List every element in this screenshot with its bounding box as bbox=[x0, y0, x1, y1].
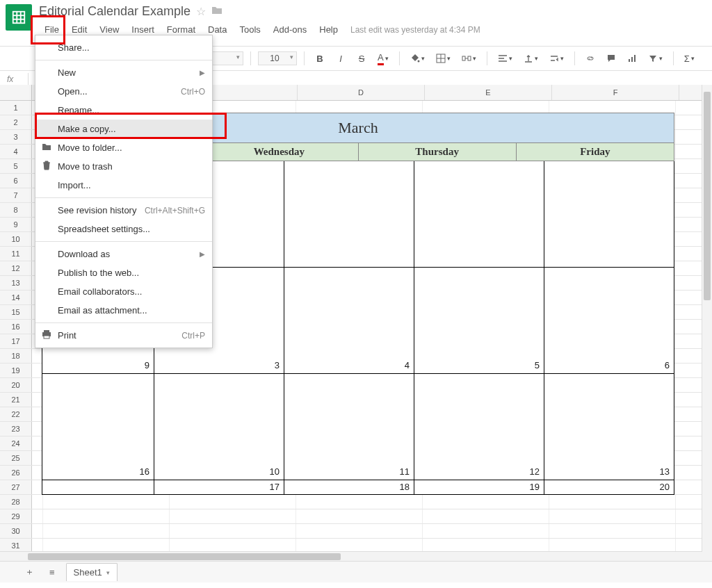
row-header[interactable]: 7 bbox=[0, 188, 32, 202]
calendar-cell[interactable]: 4 bbox=[284, 268, 414, 374]
cell[interactable] bbox=[423, 524, 549, 538]
scroll-thumb[interactable] bbox=[704, 92, 711, 300]
file-menu-spreadsheet-settings[interactable]: Spreadsheet settings... bbox=[35, 220, 212, 238]
chart-button[interactable] bbox=[624, 51, 640, 66]
cell[interactable] bbox=[296, 495, 423, 509]
bold-button[interactable]: B bbox=[312, 51, 328, 67]
menu-help[interactable]: Help bbox=[314, 22, 343, 38]
row-header[interactable]: 8 bbox=[0, 203, 32, 217]
file-menu-move-to-trash[interactable]: Move to trash bbox=[35, 157, 212, 176]
cell[interactable] bbox=[43, 524, 170, 538]
file-menu-move-to-folder[interactable]: Move to folder... bbox=[35, 138, 212, 157]
file-menu-make-a-copy[interactable]: Make a copy... bbox=[35, 120, 212, 138]
row-header[interactable]: 30 bbox=[0, 524, 32, 538]
scroll-thumb[interactable] bbox=[28, 553, 341, 560]
sheet-tab-menu-icon[interactable]: ▾ bbox=[106, 569, 110, 576]
row-header[interactable]: 25 bbox=[0, 451, 32, 465]
row-header[interactable]: 12 bbox=[0, 261, 32, 275]
calendar-cell[interactable]: 19 bbox=[414, 480, 544, 495]
file-menu-email-collaborators[interactable]: Email collaborators... bbox=[35, 282, 212, 301]
calendar-cell[interactable]: 6 bbox=[544, 268, 674, 374]
row-header[interactable]: 28 bbox=[0, 495, 32, 509]
row-header[interactable]: 15 bbox=[0, 305, 32, 319]
cell[interactable] bbox=[32, 509, 43, 523]
file-menu-email-attachment[interactable]: Email as attachment... bbox=[35, 301, 212, 320]
row-header[interactable]: 31 bbox=[0, 539, 32, 553]
row-header[interactable]: 24 bbox=[0, 436, 32, 450]
row-header[interactable]: 17 bbox=[0, 334, 32, 348]
calendar-cell[interactable]: 5 bbox=[414, 268, 544, 374]
calendar-cell[interactable] bbox=[544, 161, 674, 268]
col-header-f[interactable]: F bbox=[552, 85, 679, 100]
cal-day-header[interactable]: Wednesday bbox=[200, 143, 358, 161]
menu-addons[interactable]: Add-ons bbox=[268, 22, 312, 38]
file-menu-import[interactable]: Import... bbox=[35, 176, 212, 195]
calendar-cell[interactable]: 11 bbox=[284, 374, 414, 480]
row-header[interactable]: 1 bbox=[0, 101, 32, 115]
row-header[interactable]: 4 bbox=[0, 145, 32, 158]
cell[interactable] bbox=[423, 539, 549, 553]
file-menu-print[interactable]: Print Ctrl+P bbox=[35, 326, 212, 345]
vertical-scrollbar[interactable] bbox=[702, 85, 712, 562]
font-size-select[interactable]: 10 bbox=[258, 51, 297, 65]
row-header[interactable]: 18 bbox=[0, 349, 32, 363]
add-sheet-button[interactable]: ＋ bbox=[21, 563, 38, 581]
cell[interactable] bbox=[296, 509, 423, 523]
col-header-e[interactable]: E bbox=[425, 85, 552, 100]
row-header[interactable]: 21 bbox=[0, 393, 32, 407]
filter-button[interactable]: ▾ bbox=[645, 51, 666, 66]
cell[interactable] bbox=[170, 495, 296, 509]
calendar-cell[interactable]: 20 bbox=[544, 480, 674, 495]
file-menu-rename[interactable]: Rename... bbox=[35, 101, 212, 120]
row-header[interactable]: 23 bbox=[0, 422, 32, 436]
halign-button[interactable]: ▾ bbox=[494, 51, 516, 66]
borders-button[interactable]: ▾ bbox=[432, 51, 454, 66]
cell[interactable] bbox=[296, 524, 423, 538]
cell[interactable] bbox=[170, 524, 296, 538]
cell[interactable] bbox=[549, 524, 676, 538]
row-header[interactable]: 2 bbox=[0, 115, 32, 129]
cal-day-header[interactable]: Thursday bbox=[359, 143, 517, 161]
calendar-cell[interactable] bbox=[414, 161, 544, 268]
calendar-cell[interactable]: 16 bbox=[42, 374, 154, 480]
calendar-cell[interactable]: 13 bbox=[544, 374, 674, 480]
row-header[interactable]: 29 bbox=[0, 509, 32, 523]
cell[interactable] bbox=[43, 495, 170, 509]
row-header[interactable]: 20 bbox=[0, 378, 32, 392]
row-header[interactable]: 5 bbox=[0, 159, 32, 173]
file-menu-share[interactable]: Share... bbox=[35, 38, 212, 57]
cell[interactable] bbox=[170, 539, 296, 553]
text-color-button[interactable]: A▾ bbox=[374, 49, 392, 68]
row-header[interactable]: 11 bbox=[0, 247, 32, 261]
link-button[interactable] bbox=[582, 51, 599, 66]
horizontal-scrollbar[interactable] bbox=[0, 551, 702, 562]
file-menu-new[interactable]: New ▶ bbox=[35, 63, 212, 82]
cell[interactable] bbox=[296, 539, 423, 553]
calendar-cell[interactable]: 17 bbox=[154, 480, 284, 495]
cell[interactable] bbox=[170, 509, 296, 523]
cell[interactable] bbox=[549, 495, 676, 509]
col-header-d[interactable]: D bbox=[298, 85, 425, 100]
calendar-cell[interactable]: 12 bbox=[414, 374, 544, 480]
comment-button[interactable] bbox=[603, 51, 620, 66]
last-edit-label[interactable]: Last edit was yesterday at 4:34 PM bbox=[350, 25, 480, 35]
cell[interactable] bbox=[549, 509, 676, 523]
calendar-cell[interactable]: 18 bbox=[284, 480, 414, 495]
row-header[interactable]: 6 bbox=[0, 174, 32, 188]
cell[interactable] bbox=[43, 539, 170, 553]
cell[interactable] bbox=[43, 509, 170, 523]
row-header[interactable]: 19 bbox=[0, 364, 32, 377]
file-menu-open[interactable]: Open... Ctrl+O bbox=[35, 82, 212, 101]
select-all-corner[interactable] bbox=[0, 85, 32, 100]
sheet-tab-1[interactable]: Sheet1 ▾ bbox=[66, 563, 118, 581]
document-title[interactable]: Editorial Calendar Example bbox=[39, 4, 191, 19]
functions-button[interactable]: Σ▾ bbox=[681, 51, 698, 67]
wrap-button[interactable]: ▾ bbox=[546, 51, 567, 66]
file-menu-revision-history[interactable]: See revision history Ctrl+Alt+Shift+G bbox=[35, 201, 212, 220]
sheets-logo[interactable] bbox=[6, 4, 32, 31]
row-header[interactable]: 3 bbox=[0, 130, 32, 144]
folder-icon[interactable] bbox=[211, 6, 222, 18]
row-header[interactable]: 14 bbox=[0, 291, 32, 304]
row-header[interactable]: 13 bbox=[0, 276, 32, 290]
file-menu-publish[interactable]: Publish to the web... bbox=[35, 263, 212, 282]
